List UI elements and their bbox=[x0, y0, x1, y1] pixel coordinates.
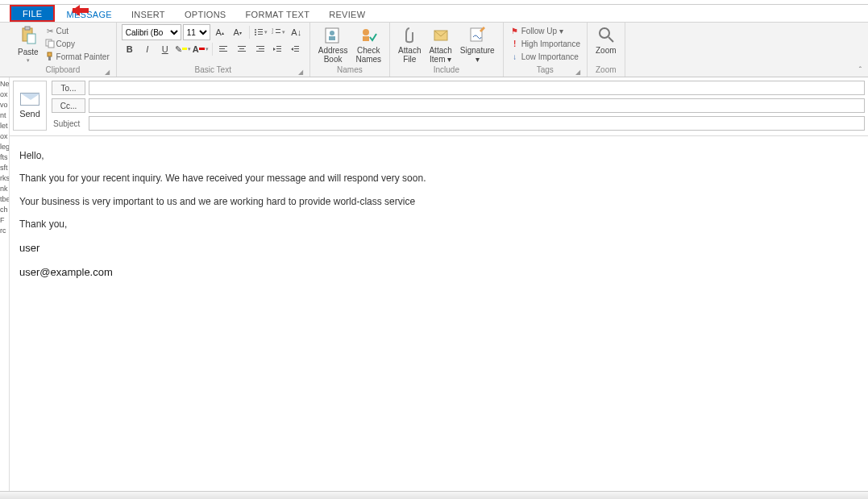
send-button[interactable]: Send bbox=[13, 81, 47, 131]
check-names-button[interactable]: Check Names bbox=[352, 24, 384, 65]
tab-review[interactable]: REVIEW bbox=[319, 5, 375, 22]
align-center-button[interactable] bbox=[234, 42, 250, 56]
svg-rect-18 bbox=[219, 48, 225, 49]
attach-item-icon bbox=[432, 26, 450, 45]
svg-rect-28 bbox=[276, 51, 281, 52]
grow-font-button[interactable]: A▴ bbox=[212, 25, 228, 40]
underline-button[interactable]: U bbox=[157, 42, 173, 56]
body-line1: Thank you for your recent inquiry. We ha… bbox=[19, 170, 858, 186]
basic-text-group-label: Basic Text bbox=[195, 65, 231, 74]
paste-button[interactable]: Paste ▾ bbox=[15, 24, 42, 65]
svg-point-9 bbox=[255, 31, 256, 33]
svg-rect-34 bbox=[329, 36, 335, 40]
shrink-font-button[interactable]: A▾ bbox=[230, 25, 246, 40]
attach-file-button[interactable]: Attach File bbox=[395, 24, 424, 65]
font-color-button[interactable]: A bbox=[193, 42, 209, 56]
bullets-button[interactable] bbox=[253, 25, 269, 40]
signature-icon bbox=[468, 26, 486, 45]
tab-message[interactable]: MESSAGE bbox=[56, 5, 122, 22]
group-zoom: Zoom Zoom bbox=[588, 23, 625, 77]
svg-point-7 bbox=[255, 29, 256, 31]
clipboard-dialog-launcher[interactable]: ◢ bbox=[103, 69, 111, 76]
svg-point-11 bbox=[255, 34, 256, 35]
svg-rect-27 bbox=[276, 48, 281, 49]
format-painter-label: Format Painter bbox=[56, 52, 110, 61]
svg-rect-31 bbox=[294, 51, 299, 52]
body-thanks: Thank you, bbox=[19, 216, 858, 232]
bold-button[interactable]: B bbox=[122, 42, 138, 56]
align-left-button[interactable] bbox=[216, 42, 232, 56]
group-basic-text: Calibri (Bo 11 A▴ A▾ 12 A↓ B I U ✎ A bbox=[117, 23, 310, 77]
address-book-button[interactable]: Address Book bbox=[315, 24, 351, 65]
svg-rect-26 bbox=[276, 46, 281, 47]
copy-label: Copy bbox=[56, 40, 75, 48]
signature-button[interactable]: Signature ▾ bbox=[457, 24, 498, 65]
high-importance-button[interactable]: ! High Importance bbox=[509, 37, 582, 50]
ribbon-tabs: FILE MESSAGE INSERT OPTIONS FORMAT TEXT … bbox=[0, 5, 868, 23]
nav-pane-sliver: NeoxvontletoxlegftssftrksnktbechFrc bbox=[0, 77, 10, 491]
tags-group-label: Tags bbox=[537, 65, 554, 74]
cc-field[interactable] bbox=[89, 98, 865, 113]
cut-label: Cut bbox=[56, 27, 69, 35]
font-size-select[interactable]: 11 bbox=[183, 24, 210, 40]
decrease-indent-button[interactable] bbox=[269, 42, 285, 56]
subject-label: Subject bbox=[52, 119, 85, 128]
group-clipboard: Paste ▾ ✂ Cut Copy Form bbox=[10, 23, 117, 77]
to-field[interactable] bbox=[89, 81, 865, 95]
svg-rect-19 bbox=[219, 51, 227, 52]
address-book-label: Address Book bbox=[318, 46, 348, 64]
zoom-group-label: Zoom bbox=[596, 65, 617, 74]
group-include: Attach File Attach Item ▾ Signature ▾ In… bbox=[390, 23, 504, 77]
low-importance-label: Low Importance bbox=[521, 52, 579, 61]
italic-button[interactable]: I bbox=[139, 42, 156, 56]
svg-rect-30 bbox=[294, 48, 299, 49]
numbering-button[interactable]: 12 bbox=[271, 25, 287, 40]
paperclip-icon bbox=[401, 26, 417, 45]
svg-rect-29 bbox=[294, 46, 299, 47]
subject-field[interactable] bbox=[89, 116, 865, 131]
check-names-icon bbox=[359, 26, 378, 45]
svg-rect-6 bbox=[48, 56, 51, 60]
highlight-icon: ✎ bbox=[175, 44, 182, 55]
paste-label: Paste bbox=[18, 48, 39, 56]
svg-point-39 bbox=[600, 28, 609, 38]
increase-indent-button[interactable] bbox=[287, 42, 303, 56]
cut-button[interactable]: ✂ Cut bbox=[44, 24, 111, 37]
svg-text:2: 2 bbox=[272, 31, 274, 35]
svg-rect-36 bbox=[363, 36, 369, 41]
sort-button[interactable]: A↓ bbox=[289, 25, 305, 40]
tab-insert[interactable]: INSERT bbox=[122, 5, 175, 22]
font-name-select[interactable]: Calibri (Bo bbox=[122, 24, 181, 40]
basic-text-dialog-launcher[interactable]: ◢ bbox=[297, 69, 305, 76]
tab-options[interactable]: OPTIONS bbox=[175, 5, 236, 22]
format-painter-button[interactable]: Format Painter bbox=[44, 50, 111, 63]
follow-up-button[interactable]: ⚑ Follow Up ▾ bbox=[509, 24, 582, 37]
svg-rect-20 bbox=[238, 46, 246, 47]
signature-name: user bbox=[19, 239, 858, 257]
highlight-button[interactable]: ✎ bbox=[175, 42, 191, 56]
zoom-button[interactable]: Zoom bbox=[592, 24, 620, 56]
clipboard-group-label: Clipboard bbox=[45, 65, 80, 74]
message-body[interactable]: Hello, Thank you for your recent inquiry… bbox=[10, 136, 868, 491]
body-hello: Hello, bbox=[19, 148, 858, 164]
svg-point-33 bbox=[330, 31, 334, 35]
cc-button[interactable]: Cc... bbox=[52, 98, 85, 113]
tags-dialog-launcher[interactable]: ◢ bbox=[574, 69, 582, 76]
tab-format-text[interactable]: FORMAT TEXT bbox=[236, 5, 320, 22]
ribbon-collapse-button[interactable]: ˆ bbox=[859, 66, 862, 75]
copy-button[interactable]: Copy bbox=[44, 37, 111, 50]
svg-rect-14 bbox=[276, 29, 280, 30]
attach-item-button[interactable]: Attach Item ▾ bbox=[426, 24, 455, 65]
body-line2: Your business is very important to us an… bbox=[19, 193, 858, 210]
check-names-label: Check Names bbox=[355, 46, 381, 64]
message-header: Send To... Cc... Subject bbox=[10, 77, 868, 136]
paste-icon bbox=[20, 26, 36, 47]
zoom-label: Zoom bbox=[596, 46, 617, 55]
tab-file[interactable]: FILE bbox=[10, 5, 55, 22]
low-importance-icon: ↓ bbox=[510, 52, 520, 61]
signature-email: user@example.com bbox=[19, 264, 858, 281]
to-button[interactable]: To... bbox=[52, 81, 85, 95]
low-importance-button[interactable]: ↓ Low Importance bbox=[509, 50, 582, 63]
signature-label: Signature ▾ bbox=[460, 46, 495, 64]
align-right-button[interactable] bbox=[251, 42, 268, 56]
